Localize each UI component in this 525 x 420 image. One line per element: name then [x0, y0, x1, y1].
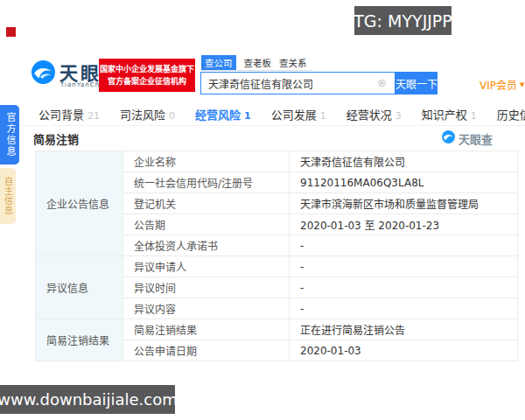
nav-tab-development[interactable]: 公司发展 1: [271, 106, 326, 122]
row-key: 异议内容: [123, 298, 290, 319]
tg-watermark: TG: MYYJJPP: [354, 6, 452, 35]
nav-divider: [0, 125, 525, 126]
search-tab-company[interactable]: 查公司: [201, 55, 236, 70]
nav-tab-label: 经营状况: [346, 106, 392, 122]
row-value: 2020-01-03 至 2020-01-23: [290, 214, 518, 235]
clear-icon[interactable]: ⊗: [377, 77, 387, 88]
tianyancha-watermark: 天眼查: [442, 130, 493, 147]
search-tabs: 查公司 查老板 查关系: [201, 54, 312, 71]
tianyancha-watermark-text: 天眼查: [458, 130, 493, 147]
nav-tab-label: 公司发展: [271, 106, 317, 122]
row-value: 2020-01-03: [290, 340, 518, 361]
row-value: 正在进行简易注销公告: [290, 319, 518, 340]
nav-tab-operating-status[interactable]: 经营状况 3: [346, 106, 402, 122]
row-key: 企业名称: [123, 151, 290, 172]
row-key: 异议时间: [123, 277, 290, 298]
nav-tab-count: 21: [88, 110, 100, 122]
row-value: -: [290, 277, 518, 298]
nav-tab-background[interactable]: 公司背景 21: [38, 106, 100, 122]
row-value: -: [290, 298, 518, 319]
section-title: 简易注销: [33, 130, 79, 147]
row-value: -: [290, 256, 518, 277]
search-tab-boss[interactable]: 查老板: [244, 56, 272, 69]
table-row: 简易注销结果 简易注销结果 正在进行简易注销公告: [36, 319, 518, 340]
row-key: 异议申请人: [123, 256, 290, 277]
row-key: 全体投资人承诺书: [123, 235, 290, 256]
deregistration-table: 企业公告信息 企业名称 天津奇信征信有限公司 统一社会信用代码/注册号 9112…: [35, 150, 518, 361]
group-label: 异议信息: [36, 256, 123, 319]
tianyancha-watermark-icon: [442, 130, 455, 147]
nav-tab-label: 经营风险: [195, 106, 241, 122]
site-watermark: www.downbaijiale.com: [0, 385, 175, 414]
table-row: 异议信息 异议申请人 -: [36, 256, 518, 277]
badge-line1: 国家中小企业发展基金旗下: [100, 63, 194, 75]
side-tab-self-info[interactable]: 自主信息: [0, 168, 16, 224]
row-value: 天津市滨海新区市场和质量监督管理局: [290, 193, 518, 214]
nav-tab-judicial-risk[interactable]: 司法风险 0: [120, 106, 175, 122]
nav-tab-operating-risk[interactable]: 经营风险 1: [195, 106, 251, 122]
row-value: 天津奇信征信有限公司: [290, 151, 518, 172]
red-marker: [6, 27, 16, 37]
group-label: 简易注销结果: [36, 319, 123, 361]
row-key: 公告期: [123, 214, 290, 235]
search-input[interactable]: [200, 72, 396, 94]
nav-tab-count: 0: [169, 110, 175, 122]
nav-tab-label: 历史信息: [497, 106, 525, 122]
nav-tab-label: 知识产权: [422, 106, 467, 122]
search-button[interactable]: 天眼一下: [396, 72, 438, 94]
tianyancha-logo-icon: [32, 60, 55, 84]
badge-line2: 官方备案企业征信机构: [108, 75, 186, 88]
row-value: 91120116MA06Q3LA8L: [290, 172, 518, 193]
official-badge: 国家中小企业发展基金旗下 官方备案企业征信机构: [99, 59, 195, 92]
nav-tab-label: 司法风险: [120, 106, 165, 122]
nav-tab-label: 公司背景: [38, 106, 84, 122]
chevron-down-icon: ▼: [520, 81, 524, 88]
row-key: 简易注销结果: [123, 319, 290, 340]
vip-menu[interactable]: VIP会员 ▼: [480, 77, 524, 92]
nav-tab-count: 1: [320, 110, 326, 122]
row-key: 登记机关: [123, 193, 290, 214]
row-value: -: [290, 235, 518, 256]
table-row: 企业公告信息 企业名称 天津奇信征信有限公司: [36, 151, 518, 172]
search-tab-relation[interactable]: 查关系: [279, 56, 307, 69]
group-label: 企业公告信息: [36, 151, 123, 256]
row-key: 统一社会信用代码/注册号: [123, 172, 290, 193]
nav-tab-history[interactable]: 历史信息 0: [497, 106, 525, 122]
company-nav: 公司背景 21 司法风险 0 经营风险 1 公司发展 1 经营状况 3 知识产权…: [38, 104, 525, 123]
row-key: 公告申请日期: [123, 340, 290, 361]
nav-tab-count: 1: [244, 110, 251, 122]
nav-tab-count: 3: [396, 110, 402, 122]
nav-tab-intellectual-property[interactable]: 知识产权 1: [422, 106, 477, 122]
side-tab-official-info[interactable]: 官方信息: [0, 105, 19, 164]
vip-label: VIP会员: [480, 77, 517, 92]
nav-tab-count: 1: [471, 110, 477, 122]
